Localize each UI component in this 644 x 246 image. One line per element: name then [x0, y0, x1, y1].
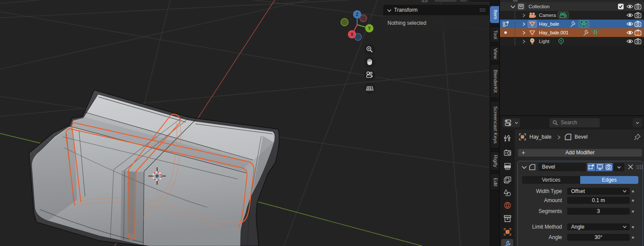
svg-text:Y: Y [368, 26, 371, 31]
svg-text:Z: Z [356, 12, 358, 17]
svg-text:X: X [351, 32, 354, 37]
